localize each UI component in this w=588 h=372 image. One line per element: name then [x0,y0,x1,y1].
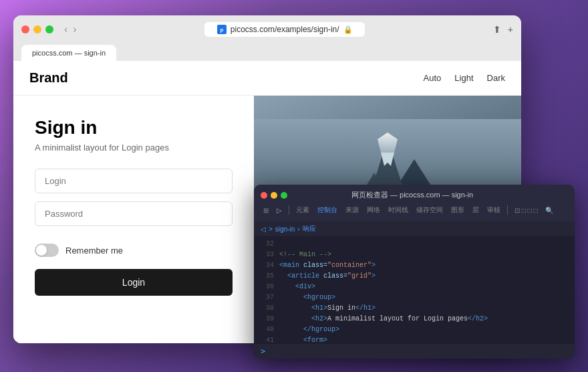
password-field-group [35,201,233,226]
close-button[interactable] [21,25,29,33]
nav-light[interactable]: Light [454,73,473,83]
devtools-title: 网页检查器 — picocss.com — sign-in [287,190,537,200]
code-line: 36 <div> [261,282,568,292]
favicon: p [217,25,227,34]
devtools-tool-audit[interactable]: 审核 [484,204,503,216]
devtools-tool-network[interactable]: 网络 [364,204,383,216]
devtools-bottom-bar: > [254,344,575,359]
devtools-search-btn[interactable]: 🔍 [543,205,556,215]
devtools-window: 网页检查器 — picocss.com — sign-in ⊞ ▷ 元素 控制台… [254,185,575,359]
browser-addressbar: p picocss.com/examples/sign-in/ 🔒 [82,22,488,37]
lock-icon: 🔒 [343,25,353,34]
remember-toggle[interactable] [35,244,59,257]
devtools-divider-1 [289,205,289,215]
code-line: 40 </hgroup> [261,324,568,335]
browser-actions: ⬆ + [493,24,513,35]
remember-row: Remember me [35,244,233,257]
code-line: 37 <hgroup> [261,292,568,303]
devtools-code-panel[interactable]: 32 33 <!-- Main --> 34 <main class="cont… [254,236,575,344]
devtools-minimize[interactable] [271,192,277,199]
devtools-tool-sources[interactable]: 来源 [343,204,361,216]
site-nav-links: Auto Light Dark [424,73,505,83]
devtools-console-input[interactable] [268,347,568,356]
login-section: Sign in A minimalist layout for Login pa… [13,96,254,343]
share-button[interactable]: ⬆ [493,24,501,35]
forward-button[interactable]: › [73,23,76,35]
code-line: 39 <h2>A minimalist layout for Login pag… [261,314,568,324]
address-pill[interactable]: p picocss.com/examples/sign-in/ 🔒 [204,22,365,37]
devtools-close[interactable] [261,192,267,199]
maximize-button[interactable] [45,25,53,33]
add-tab-button[interactable]: + [508,24,513,35]
devtools-maximize[interactable] [281,192,287,199]
devtools-tool-console[interactable]: 控制台 [315,204,340,216]
code-line: 41 <form> [261,335,568,344]
devtools-tool-element[interactable]: ▷ [274,205,285,215]
code-line: 35 <article class="grid"> [261,271,568,282]
devtools-toolbar: ⊞ ▷ 元素 控制台 来源 网络 时间线 储存空间 图形 层 审核 ⊡ □ □ … [261,204,568,216]
login-subtitle: A minimalist layout for Login pages [35,143,233,153]
devtools-tool-icons[interactable]: ⊡ □ □ □ [512,205,540,215]
devtools-tool-graphics[interactable]: 图形 [448,204,467,216]
traffic-lights [21,25,53,33]
devtools-tool-elements[interactable]: 元素 [293,204,312,216]
code-line: 34 <main class="container"> [261,260,568,271]
devtools-tool-layers[interactable]: 层 [470,204,482,216]
toggle-knob [36,245,47,256]
code-line: 38 <h1>Sign in</h1> [261,303,568,314]
devtools-tool-storage[interactable]: 储存空间 [414,204,446,216]
devtools-chrome: 网页检查器 — picocss.com — sign-in ⊞ ▷ 元素 控制台… [254,185,575,221]
code-line: 33 <!-- Main --> [261,250,568,260]
devtools-bc-separator1: > [269,225,273,233]
url-text: picocss.com/examples/sign-in/ [231,25,339,34]
site-nav: Brand Auto Light Dark [13,61,521,96]
devtools-tool-grid[interactable]: ⊞ [261,205,271,215]
password-input[interactable] [35,201,233,226]
nav-dark[interactable]: Dark [487,73,505,83]
devtools-bc-icon: ◁ [261,225,266,233]
browser-tabs: picocss.com — sign-in [21,45,513,61]
code-line: 32 [261,239,568,250]
devtools-tool-timeline[interactable]: 时间线 [386,204,411,216]
browser-titlebar: ‹ › p picocss.com/examples/sign-in/ 🔒 ⬆ … [21,22,513,37]
devtools-bc-response[interactable]: 响应 [303,224,316,234]
nav-auto[interactable]: Auto [424,73,442,83]
minimize-button[interactable] [33,25,41,33]
login-field-group [35,169,233,193]
devtools-divider-2 [507,205,508,215]
devtools-breadcrumb: ◁ > sign-in › 响应 [254,221,575,236]
back-button[interactable]: ‹ [64,23,67,35]
active-tab[interactable]: picocss.com — sign-in [21,45,116,61]
login-title: Sign in [35,117,233,138]
site-brand: Brand [29,70,68,86]
remember-label: Remember me [65,246,123,256]
login-input[interactable] [35,169,233,193]
login-button[interactable]: Login [35,269,233,296]
browser-chrome: ‹ › p picocss.com/examples/sign-in/ 🔒 ⬆ … [13,15,521,61]
devtools-titlebar: 网页检查器 — picocss.com — sign-in [261,190,568,200]
devtools-bc-separator2: › [297,225,299,233]
devtools-bc-sign-in[interactable]: sign-in [275,225,295,233]
browser-nav: ‹ › [64,23,77,35]
devtools-prompt: > [261,347,265,356]
devtools-traffic-lights [261,192,287,199]
